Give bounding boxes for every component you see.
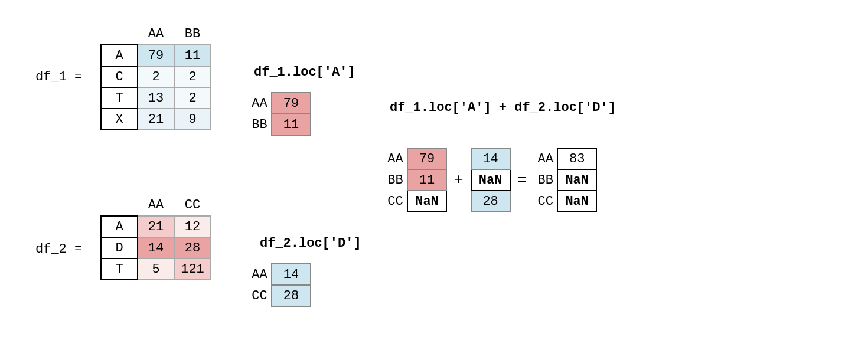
series-label: BB (534, 169, 557, 191)
series-row: CC NaN (384, 191, 446, 212)
series-value: 83 (557, 148, 596, 169)
loc-d-table: AA 14 CC 28 (248, 263, 311, 307)
df2-cell: 12 (174, 216, 211, 237)
series-label: BB (248, 114, 272, 135)
df2-idx: D (101, 237, 138, 258)
df1-cell: 2 (174, 66, 211, 87)
series-value: 28 (471, 191, 510, 212)
series-row: AA 79 (384, 148, 446, 169)
df2-assign-label: df_2 = (35, 242, 82, 257)
series-value: 14 (471, 148, 510, 169)
series-label: AA (384, 148, 407, 169)
series-value-nan: NaN (407, 191, 446, 212)
loc-d-label: df_2.loc['D'] (260, 236, 361, 251)
series-row: BB 11 (384, 169, 446, 191)
df1-idx: T (101, 87, 138, 109)
series-label: AA (248, 264, 272, 285)
sum-equation: AA 79 BB 11 CC NaN + 14 NaN 28 (384, 148, 597, 212)
df1-idx: C (101, 66, 138, 87)
df1-cell: 79 (138, 45, 174, 66)
df1-cell: 13 (138, 87, 174, 109)
df1-idx: A (101, 45, 138, 66)
loc-a-series: AA 79 BB 11 (248, 92, 311, 136)
series-label: AA (534, 148, 557, 169)
series-row: NaN (471, 169, 510, 191)
loc-a-label: df_1.loc['A'] (254, 65, 355, 80)
table-row: C 2 2 (101, 66, 211, 87)
series-row: BB NaN (534, 169, 596, 191)
df2-cell: 14 (138, 237, 174, 258)
df2-cell: 5 (138, 258, 174, 280)
series-row: BB 11 (248, 114, 311, 135)
series-row: 14 (471, 148, 510, 169)
equals-operator: = (511, 171, 534, 189)
table-row: A 21 12 (101, 216, 211, 237)
df2-table: AA CC A 21 12 D 14 28 T 5 121 (100, 195, 211, 280)
table-row: T 5 121 (101, 258, 211, 280)
df1-assign-label: df_1 = (35, 70, 82, 84)
table-row: X 21 9 (101, 109, 211, 130)
df1-cell: 9 (174, 109, 211, 130)
df2-cell: 28 (174, 237, 211, 258)
series-value-nan: NaN (557, 169, 596, 191)
series-value-nan: NaN (557, 191, 596, 212)
series-row: CC 28 (248, 285, 311, 306)
series-value: 11 (272, 114, 311, 135)
series-row: AA 14 (248, 264, 311, 285)
df2-table-block: AA CC A 21 12 D 14 28 T 5 121 (100, 195, 211, 280)
df1-table-block: AA BB A 79 11 C 2 2 T 13 2 X 21 9 (100, 24, 211, 130)
plus-operator: + (447, 171, 471, 189)
series-value: 11 (407, 169, 446, 191)
series-label: BB (384, 169, 407, 191)
table-row: T 13 2 (101, 87, 211, 109)
series-label: AA (248, 93, 272, 114)
series-row: CC NaN (534, 191, 596, 212)
series-label: CC (248, 285, 272, 306)
loc-d-series: AA 14 CC 28 (248, 263, 311, 307)
series-row: AA 79 (248, 93, 311, 114)
df1-cell: 2 (138, 66, 174, 87)
df2-cell: 21 (138, 216, 174, 237)
series-value: 79 (407, 148, 446, 169)
df1-idx: X (101, 109, 138, 130)
df1-cell: 11 (174, 45, 211, 66)
series-row: AA 83 (534, 148, 596, 169)
df2-col-aa: AA (138, 195, 174, 216)
table-row: D 14 28 (101, 237, 211, 258)
df1-col-aa: AA (138, 24, 174, 45)
df1-cell: 2 (174, 87, 211, 109)
series-label: CC (534, 191, 557, 212)
df2-idx: T (101, 258, 138, 280)
series-value: 28 (272, 285, 311, 306)
df2-cell: 121 (174, 258, 211, 280)
df2-idx: A (101, 216, 138, 237)
table-row: A 79 11 (101, 45, 211, 66)
df1-cell: 21 (138, 109, 174, 130)
sum-left-series: AA 79 BB 11 CC NaN (384, 148, 447, 212)
series-value: 79 (272, 93, 311, 114)
series-label: CC (384, 191, 407, 212)
df1-col-bb: BB (174, 24, 211, 45)
series-value: 14 (272, 264, 311, 285)
diagram-root: df_1 = AA BB A 79 11 C 2 2 T 13 2 (24, 18, 844, 348)
sum-right-series: 14 NaN 28 (471, 148, 511, 212)
df2-col-cc: CC (174, 195, 211, 216)
loc-a-table: AA 79 BB 11 (248, 92, 311, 136)
series-value-nan: NaN (471, 169, 510, 191)
df1-header-row: AA BB (101, 24, 211, 45)
df2-header-row: AA CC (101, 195, 211, 216)
sum-result-series: AA 83 BB NaN CC NaN (534, 148, 597, 212)
series-row: 28 (471, 191, 510, 212)
df1-table: AA BB A 79 11 C 2 2 T 13 2 X 21 9 (100, 24, 211, 130)
sum-expression-label: df_1.loc['A'] + df_2.loc['D'] (390, 100, 616, 115)
